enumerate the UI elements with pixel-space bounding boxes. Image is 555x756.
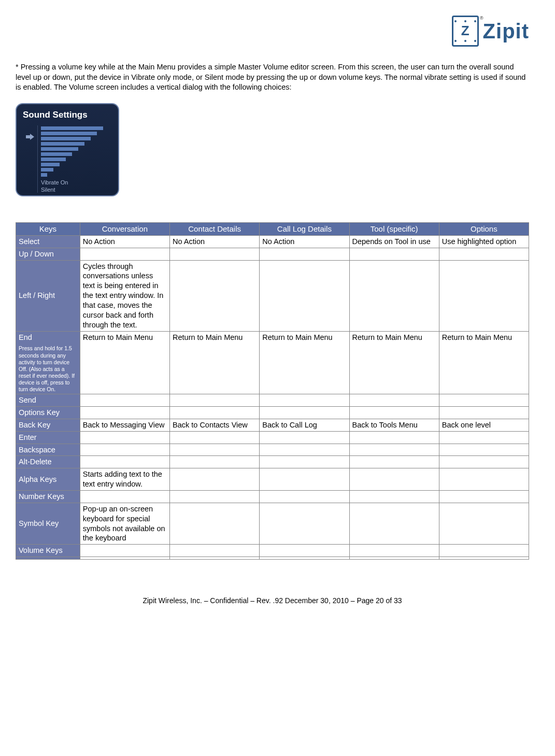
table-cell — [260, 468, 349, 491]
table-cell — [349, 456, 439, 468]
sound-settings-card: Sound Settings Vibrate On Silent — [16, 103, 119, 196]
table-cell — [80, 456, 169, 468]
table-cell — [170, 456, 260, 468]
table-cell — [80, 248, 169, 260]
table-cell — [349, 407, 439, 419]
table-cell — [170, 394, 260, 407]
table-cell: No Action — [170, 235, 260, 248]
table-cell — [80, 491, 169, 503]
table-cell — [80, 394, 169, 407]
table-cell — [260, 491, 349, 503]
key-cell: EndPress and hold for 1.5 seconds during… — [16, 331, 80, 394]
table-row: Number Keys — [16, 491, 529, 503]
table-cell: Back to Call Log — [260, 419, 349, 431]
key-cell — [16, 557, 80, 560]
table-cell — [439, 407, 529, 419]
page-footer: Zipit Wireless, Inc. – Confidential – Re… — [16, 596, 529, 606]
table-cell — [439, 491, 529, 503]
sound-divider — [37, 125, 38, 193]
table-cell: No Action — [80, 235, 169, 248]
table-cell: Back to Contacts View — [170, 419, 260, 431]
sound-label-vibrate: Vibrate On — [41, 179, 103, 186]
table-cell — [80, 407, 169, 419]
table-cell — [170, 444, 260, 456]
table-cell — [439, 260, 529, 331]
table-row: Volume Keys — [16, 545, 529, 557]
table-row: Alpha KeysStarts adding text to the text… — [16, 468, 529, 491]
key-cell: Left / Right — [16, 260, 80, 331]
table-cell: Starts adding text to the text entry win… — [80, 468, 169, 491]
table-row: Backspace — [16, 444, 529, 456]
table-row: Back KeyBack to Messaging ViewBack to Co… — [16, 419, 529, 431]
table-cell — [349, 394, 439, 407]
table-cell: Return to Main Menu — [439, 331, 529, 394]
table-header: Tool (specific) — [349, 222, 439, 235]
table-cell — [439, 248, 529, 260]
table-cell — [260, 456, 349, 468]
table-cell: Pop-up an on-screen keyboard for special… — [80, 503, 169, 544]
table-cell — [260, 503, 349, 544]
table-cell — [170, 503, 260, 544]
table-cell — [260, 394, 349, 407]
key-cell: Alpha Keys — [16, 468, 80, 491]
key-cell: Up / Down — [16, 248, 80, 260]
table-cell — [260, 407, 349, 419]
table-cell — [439, 394, 529, 407]
table-cell — [439, 456, 529, 468]
table-cell — [170, 407, 260, 419]
table-row: Left / RightCycles through conversations… — [16, 260, 529, 331]
table-cell — [349, 503, 439, 544]
key-cell: Options Key — [16, 407, 80, 419]
table-row: Up / Down — [16, 248, 529, 260]
table-cell — [80, 545, 169, 557]
table-cell — [439, 444, 529, 456]
table-cell — [439, 468, 529, 491]
key-cell: Send — [16, 394, 80, 407]
logo-badge-icon: Z — [452, 16, 479, 47]
table-cell — [170, 468, 260, 491]
table-cell — [260, 444, 349, 456]
table-header: Contact Details — [170, 222, 260, 235]
key-cell: Symbol Key — [16, 503, 80, 544]
key-cell: Volume Keys — [16, 545, 80, 557]
table-cell — [170, 248, 260, 260]
table-header: Keys — [16, 222, 80, 235]
table-cell — [349, 248, 439, 260]
table-cell — [349, 444, 439, 456]
key-cell: Enter — [16, 431, 80, 444]
table-cell: Back one level — [439, 419, 529, 431]
table-cell: Back to Messaging View — [80, 419, 169, 431]
table-cell — [349, 491, 439, 503]
table-row: Symbol KeyPop-up an on-screen keyboard f… — [16, 503, 529, 544]
table-cell — [260, 557, 349, 560]
table-cell — [260, 248, 349, 260]
table-cell — [260, 545, 349, 557]
table-cell — [80, 444, 169, 456]
table-cell — [349, 260, 439, 331]
svg-marker-0 — [26, 134, 34, 140]
table-cell — [170, 491, 260, 503]
header-logo: Z Zipit — [16, 16, 529, 47]
table-cell — [439, 503, 529, 544]
sound-label-silent: Silent — [41, 186, 103, 193]
intro-paragraph: * Pressing a volume key while at the Mai… — [16, 62, 529, 93]
table-cell: Return to Main Menu — [170, 331, 260, 394]
table-header: Options — [439, 222, 529, 235]
table-row: EndPress and hold for 1.5 seconds during… — [16, 331, 529, 394]
table-row: Options Key — [16, 407, 529, 419]
table-header: Call Log Details — [260, 222, 349, 235]
key-cell: Backspace — [16, 444, 80, 456]
logo-text: Zipit — [483, 17, 529, 45]
sound-settings-title: Sound Settings — [23, 109, 112, 121]
table-cell — [439, 557, 529, 560]
table-row: Enter — [16, 431, 529, 444]
table-cell — [349, 468, 439, 491]
table-cell: Return to Main Menu — [80, 331, 169, 394]
table-cell: Return to Main Menu — [349, 331, 439, 394]
table-cell: Use highlighted option — [439, 235, 529, 248]
table-cell: Cycles through conversations unless text… — [80, 260, 169, 331]
table-cell — [260, 260, 349, 331]
table-row — [16, 557, 529, 560]
table-row: Alt-Delete — [16, 456, 529, 468]
volume-bars-icon — [41, 126, 103, 177]
